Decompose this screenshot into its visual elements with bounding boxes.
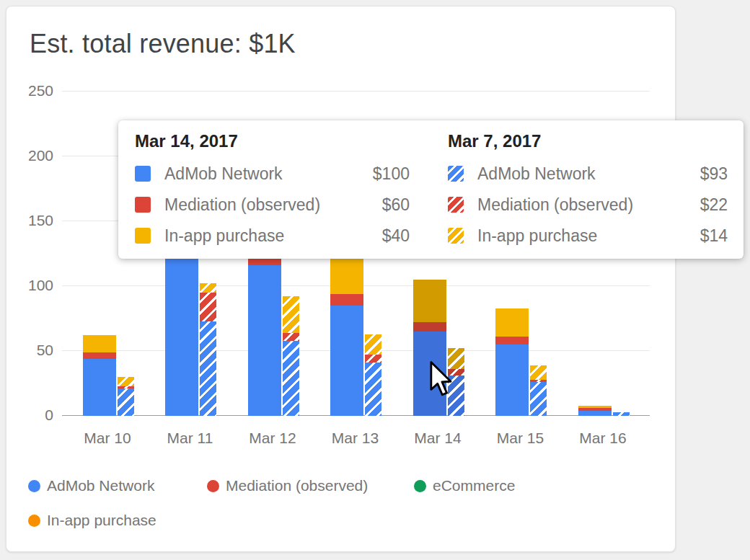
solid-stacked-bar[interactable] xyxy=(248,252,281,416)
tooltip-series-value: $40 xyxy=(382,226,410,246)
legend-color-dot xyxy=(28,480,40,492)
y-axis-tick-label: 200 xyxy=(17,146,53,165)
legend-color-dot xyxy=(414,480,426,492)
solid-stacked-bar[interactable] xyxy=(495,308,529,416)
tooltip-series-value: $60 xyxy=(382,195,410,215)
tooltip-series-value: $14 xyxy=(700,226,728,246)
legend-color-dot xyxy=(28,515,40,527)
bar-segment[interactable] xyxy=(283,296,299,332)
chart-tooltip: Mar 14, 2017 AdMob Network$100Mediation … xyxy=(118,120,744,259)
tooltip-column-current: Mar 14, 2017 AdMob Network$100Mediation … xyxy=(135,120,410,245)
bar-segment[interactable] xyxy=(118,377,134,386)
x-axis-tick-label: Mar 11 xyxy=(154,429,226,448)
page-title: Est. total revenue: $1K xyxy=(30,28,296,60)
bar-segment[interactable] xyxy=(200,293,216,321)
bar-segment[interactable] xyxy=(200,283,216,293)
bar-segment[interactable] xyxy=(83,335,116,352)
bar-segment[interactable] xyxy=(530,365,547,380)
bar-segment[interactable] xyxy=(283,333,299,341)
gridline xyxy=(62,91,650,92)
bar-segment[interactable] xyxy=(413,322,446,332)
hatched-stacked-bar[interactable] xyxy=(365,334,381,416)
legend-label: eCommerce xyxy=(433,477,515,494)
bar-segment[interactable] xyxy=(248,265,281,416)
bar-group-mar-13[interactable] xyxy=(330,242,381,416)
x-axis-tick-label: Mar 10 xyxy=(71,429,144,448)
bar-segment[interactable] xyxy=(365,334,381,355)
x-axis-tick-label: Mar 12 xyxy=(237,429,309,448)
bar-group-mar-15[interactable] xyxy=(495,308,547,416)
tooltip-date-title: Mar 7, 2017 xyxy=(448,130,728,152)
y-axis-tick-label: 250 xyxy=(17,81,53,100)
hatched-stacked-bar[interactable] xyxy=(200,283,216,416)
bar-group-mar-12[interactable] xyxy=(248,252,299,416)
tooltip-column-previous: Mar 7, 2017 AdMob Network$93Mediation (o… xyxy=(448,120,728,245)
hatched-stacked-bar[interactable] xyxy=(283,296,299,416)
tooltip-series-value: $22 xyxy=(700,195,728,215)
bar-segment[interactable] xyxy=(165,247,198,416)
bar-group-mar-16[interactable] xyxy=(578,406,630,416)
x-axis-tick-label: Mar 14 xyxy=(402,429,474,448)
tooltip-series-label: In-app purchase xyxy=(477,226,700,246)
bar-segment[interactable] xyxy=(495,308,529,337)
bar-segment[interactable] xyxy=(118,388,134,416)
legend-label: AdMob Network xyxy=(47,477,154,494)
legend-item-ecommerce[interactable]: eCommerce xyxy=(414,476,515,495)
legend-item-in-app-purchase[interactable]: In-app purchase xyxy=(28,511,156,530)
tooltip-series-label: AdMob Network xyxy=(164,164,373,184)
tooltip-series-value: $93 xyxy=(700,164,728,184)
tooltip-series-label: Mediation (observed) xyxy=(164,195,382,215)
bar-segment[interactable] xyxy=(83,352,116,359)
series-color-swatch xyxy=(135,166,151,182)
tooltip-series-value: $100 xyxy=(373,164,410,184)
series-color-swatch xyxy=(448,197,464,213)
solid-stacked-bar[interactable] xyxy=(83,335,116,416)
series-color-swatch xyxy=(135,197,151,213)
legend-label: In-app purchase xyxy=(47,512,156,529)
tooltip-row: In-app purchase$40 xyxy=(135,226,410,245)
bar-segment[interactable] xyxy=(578,411,612,416)
hatched-stacked-bar[interactable] xyxy=(613,412,630,416)
legend-item-admob-network[interactable]: AdMob Network xyxy=(28,476,154,495)
solid-stacked-bar[interactable] xyxy=(578,406,612,416)
mouse-cursor-icon xyxy=(429,360,454,398)
tooltip-row: Mediation (observed)$22 xyxy=(448,195,728,214)
x-axis-tick-label: Mar 13 xyxy=(319,429,392,448)
y-axis-tick-label: 0 xyxy=(17,406,53,425)
solid-stacked-bar[interactable] xyxy=(330,242,363,416)
tooltip-row: AdMob Network$93 xyxy=(448,164,728,183)
bar-segment[interactable] xyxy=(283,341,299,416)
tooltip-series-label: Mediation (observed) xyxy=(477,195,700,215)
bar-segment[interactable] xyxy=(613,412,630,416)
series-color-swatch xyxy=(135,228,151,244)
x-axis-tick-label: Mar 15 xyxy=(485,429,557,448)
tooltip-series-label: AdMob Network xyxy=(477,164,700,184)
legend-label: Mediation (observed) xyxy=(226,477,368,494)
tooltip-row: AdMob Network$100 xyxy=(135,164,410,183)
x-axis-tick-label: Mar 16 xyxy=(567,429,639,448)
series-color-swatch xyxy=(448,166,464,182)
bar-segment[interactable] xyxy=(495,345,529,416)
tooltip-row: Mediation (observed)$60 xyxy=(135,195,410,214)
hatched-stacked-bar[interactable] xyxy=(530,365,547,416)
series-color-swatch xyxy=(448,228,464,244)
bar-segment[interactable] xyxy=(495,337,529,345)
tooltip-date-title: Mar 14, 2017 xyxy=(135,130,410,152)
tooltip-series-label: In-app purchase xyxy=(164,226,382,246)
y-axis-tick-label: 150 xyxy=(17,211,53,230)
legend-item-mediation-observed-[interactable]: Mediation (observed) xyxy=(207,476,368,495)
revenue-card: Est. total revenue: $1K 050100150200250M… xyxy=(6,6,676,552)
bar-segment[interactable] xyxy=(330,294,363,306)
hatched-stacked-bar[interactable] xyxy=(118,377,134,416)
bar-segment[interactable] xyxy=(413,280,446,322)
bar-segment[interactable] xyxy=(83,359,116,416)
bar-segment[interactable] xyxy=(365,363,381,416)
bar-segment[interactable] xyxy=(200,321,216,416)
bar-group-mar-10[interactable] xyxy=(83,335,134,416)
y-axis-tick-label: 100 xyxy=(17,276,53,295)
bar-segment[interactable] xyxy=(330,306,363,416)
y-axis-tick-label: 50 xyxy=(17,341,53,360)
bar-segment[interactable] xyxy=(530,382,547,416)
bar-segment[interactable] xyxy=(365,355,381,363)
tooltip-row: In-app purchase$14 xyxy=(448,226,728,245)
